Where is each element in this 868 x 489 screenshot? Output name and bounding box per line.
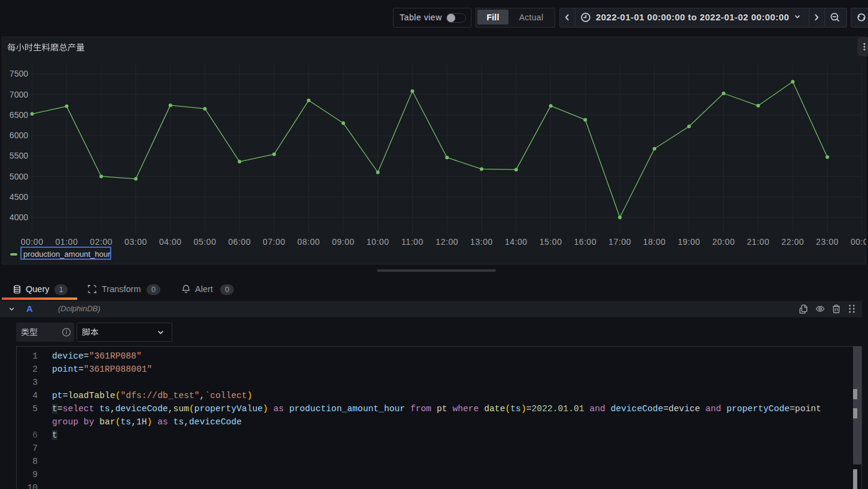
svg-text:06:00: 06:00 — [229, 237, 251, 247]
svg-text:04:00: 04:00 — [159, 237, 182, 247]
svg-text:17:00: 17:00 — [608, 237, 631, 247]
svg-text:10:00: 10:00 — [367, 237, 389, 247]
svg-text:02:00: 02:00 — [90, 237, 112, 247]
svg-text:6500: 6500 — [10, 110, 28, 120]
svg-text:00:00: 00:00 — [21, 237, 44, 247]
svg-text:7000: 7000 — [10, 90, 28, 99]
svg-text:21:00: 21:00 — [747, 237, 770, 247]
svg-text:20:00: 20:00 — [712, 237, 735, 247]
svg-text:4000: 4000 — [10, 212, 28, 222]
svg-text:07:00: 07:00 — [263, 237, 285, 247]
svg-text:00:00: 00:00 — [851, 237, 866, 247]
svg-text:19:00: 19:00 — [678, 237, 701, 247]
svg-text:12:00: 12:00 — [435, 237, 458, 247]
svg-text:22:00: 22:00 — [781, 237, 804, 247]
svg-text:18:00: 18:00 — [643, 237, 666, 247]
svg-text:13:00: 13:00 — [470, 237, 493, 247]
svg-text:11:00: 11:00 — [401, 237, 424, 247]
svg-text:4500: 4500 — [10, 192, 28, 202]
svg-text:05:00: 05:00 — [194, 237, 217, 247]
svg-text:6000: 6000 — [10, 130, 28, 140]
svg-text:23:00: 23:00 — [816, 237, 839, 247]
svg-text:5000: 5000 — [10, 172, 28, 181]
svg-text:16:00: 16:00 — [574, 237, 597, 247]
svg-text:03:00: 03:00 — [124, 237, 147, 247]
svg-text:08:00: 08:00 — [297, 237, 320, 247]
svg-text:01:00: 01:00 — [56, 237, 78, 247]
svg-text:15:00: 15:00 — [540, 237, 562, 247]
svg-text:09:00: 09:00 — [332, 237, 355, 247]
svg-text:5500: 5500 — [10, 151, 28, 160]
svg-text:14:00: 14:00 — [505, 237, 528, 247]
svg-text:7500: 7500 — [10, 69, 28, 78]
